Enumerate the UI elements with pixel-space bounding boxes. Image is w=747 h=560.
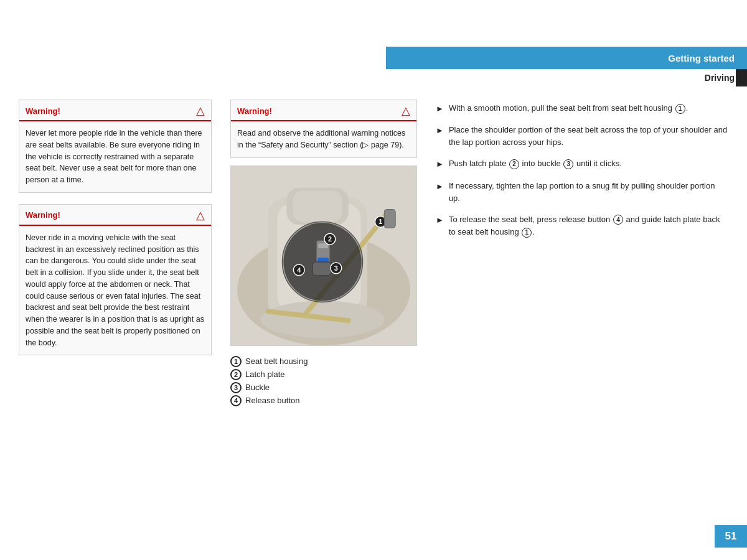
- svg-text:1: 1: [378, 218, 382, 225]
- legend-item-2: 2 Latch plate: [230, 369, 417, 380]
- svg-text:3: 3: [334, 264, 338, 271]
- svg-rect-12: [318, 243, 328, 248]
- legend-text-4: Release button: [245, 396, 299, 405]
- legend-text-3: Buckle: [245, 383, 270, 392]
- warning-triangle-icon-1: △: [196, 104, 205, 118]
- header-bar: Getting started: [386, 47, 747, 69]
- legend-text-2: Latch plate: [245, 370, 285, 379]
- warning-header-2: Warning! △: [19, 205, 211, 226]
- legend-text-1: Seat belt housing: [245, 357, 308, 366]
- left-column: Warning! △ Never let more people ride in…: [19, 100, 212, 529]
- warning-label-2: Warning!: [26, 210, 60, 220]
- section-black-accent: [736, 69, 747, 86]
- legend-circle-3: 3: [230, 382, 242, 393]
- page-number-text: 51: [725, 530, 737, 543]
- svg-rect-5: [293, 190, 342, 222]
- main-content: Warning! △ Never let more people ride in…: [0, 100, 747, 529]
- bullet-item-2: ► Place the shoulder portion of the seat…: [436, 124, 728, 149]
- right-column: ► With a smooth motion, pull the seat be…: [436, 100, 728, 529]
- legend-circle-1: 1: [230, 356, 242, 367]
- bullet-item-4: ► If necessary, tighten the lap portion …: [436, 180, 728, 205]
- bullet-arrow-2: ►: [436, 124, 444, 137]
- middle-warning-header: Warning! △: [231, 100, 416, 121]
- bullet-text-5: To release the seat belt, press release …: [449, 213, 728, 238]
- ref-1: 1: [675, 104, 685, 114]
- ref-1b: 1: [522, 228, 532, 238]
- legend-item-3: 3 Buckle: [230, 382, 417, 393]
- middle-warning-triangle-icon: △: [402, 104, 410, 118]
- svg-text:4: 4: [297, 266, 301, 273]
- ref-4: 4: [613, 215, 623, 225]
- legend-circle-4: 4: [230, 395, 242, 406]
- bullet-text-1: With a smooth motion, pull the seat belt…: [449, 102, 728, 114]
- middle-column: Warning! △ Read and observe the addition…: [230, 100, 417, 529]
- warning-label-1: Warning!: [26, 106, 60, 116]
- ref-2: 2: [509, 159, 519, 169]
- warning-triangle-icon-2: △: [196, 208, 205, 222]
- middle-warning-text: Read and observe the additional warning …: [231, 121, 416, 157]
- legend-circle-2: 2: [230, 369, 242, 380]
- bullet-arrow-5: ►: [436, 214, 444, 226]
- ref-3: 3: [563, 159, 573, 169]
- warning-text-2: Never ride in a moving vehicle with the …: [19, 226, 211, 355]
- legend: 1 Seat belt housing 2 Latch plate 3 Buck…: [230, 356, 417, 406]
- legend-item-4: 4 Release button: [230, 395, 417, 406]
- warning-box-1: Warning! △ Never let more people ride in…: [19, 100, 212, 193]
- middle-warning-label: Warning!: [237, 106, 272, 116]
- svg-rect-14: [312, 261, 331, 275]
- bullet-item-5: ► To release the seat belt, press releas…: [436, 213, 728, 238]
- bullet-item-1: ► With a smooth motion, pull the seat be…: [436, 102, 728, 115]
- bullet-text-4: If necessary, tighten the lap portion to…: [449, 180, 728, 205]
- warning-text-1: Never let more people ride in the vehicl…: [19, 121, 211, 192]
- page-number: 51: [715, 525, 747, 548]
- bullet-arrow-1: ►: [436, 103, 444, 115]
- svg-text:2: 2: [328, 235, 332, 243]
- legend-item-1: 1 Seat belt housing: [230, 356, 417, 367]
- bullet-text-3: Push latch plate 2 into buckle 3 until i…: [449, 157, 728, 170]
- warning-box-2: Warning! △ Never ride in a moving vehicl…: [19, 204, 212, 356]
- middle-warning-box: Warning! △ Read and observe the addition…: [230, 100, 417, 158]
- bullet-arrow-4: ►: [436, 180, 444, 193]
- seat-belt-diagram: 2 3 4 1: [231, 166, 416, 345]
- bullet-text-2: Place the shoulder portion of the seat b…: [449, 124, 728, 149]
- section-title: Getting started: [668, 53, 735, 63]
- bullet-item-3: ► Push latch plate 2 into buckle 3 until…: [436, 157, 728, 170]
- warning-header-1: Warning! △: [19, 100, 211, 121]
- subsection-title: Driving: [705, 73, 735, 83]
- seat-belt-image: 2 3 4 1 P91.40-3651-31: [230, 166, 417, 346]
- bullet-arrow-3: ►: [436, 158, 444, 170]
- subheader-bar: Driving: [386, 69, 747, 86]
- svg-rect-23: [384, 209, 395, 228]
